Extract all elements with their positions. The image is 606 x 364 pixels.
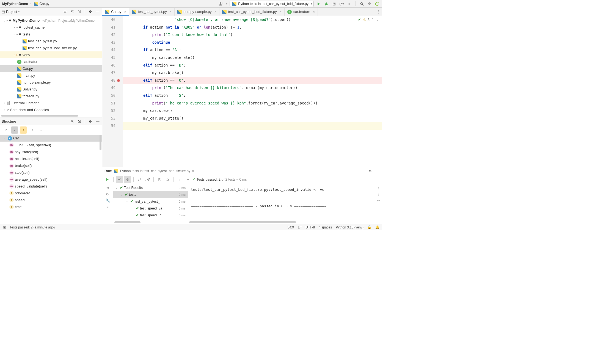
test-node[interactable]: ✔test_speed_va0 ms: [113, 205, 188, 212]
test-node[interactable]: ⌄✔tests0 ms: [113, 191, 188, 198]
run-button[interactable]: [316, 1, 321, 7]
code-line[interactable]: print("The car has driven {} kilometers"…: [123, 84, 382, 92]
structure-settings-icon[interactable]: ⚙: [88, 118, 93, 124]
code-line[interactable]: elif action == 'B':: [123, 62, 382, 69]
editor-tab[interactable]: test_car_pytest_bdd_fixture.py×: [219, 8, 285, 16]
gutter-line[interactable]: 48: [102, 77, 115, 84]
profile-button[interactable]: ◔▾: [339, 1, 345, 7]
code-line[interactable]: continue: [123, 39, 382, 46]
structure-member[interactable]: mstep(self): [0, 169, 102, 176]
code-line[interactable]: my_car.accelerate(): [123, 54, 382, 62]
expand-icon[interactable]: ⇱: [69, 118, 75, 124]
hide-structure-icon[interactable]: —: [95, 118, 100, 124]
settings-icon[interactable]: ⚙: [367, 1, 372, 7]
structure-member[interactable]: ftime: [0, 203, 102, 210]
soft-wrap-icon[interactable]: ↩: [377, 198, 380, 203]
gutter-line[interactable]: 51: [102, 100, 115, 107]
gutter-line[interactable]: 46: [102, 62, 115, 69]
file-encoding[interactable]: UTF-8: [305, 225, 315, 229]
chevron-down-icon[interactable]: ⌄: [376, 18, 379, 22]
gutter-line[interactable]: 52: [102, 107, 115, 115]
tree-root[interactable]: ⌄▸◾MyPythonDemo~/PycharmProjects/MyPytho…: [0, 17, 102, 24]
structure-member[interactable]: m__init__(self, speed=0): [0, 142, 102, 148]
close-tab-icon[interactable]: ×: [124, 10, 126, 14]
close-tab-icon[interactable]: ×: [280, 10, 282, 14]
code-line[interactable]: my_car.step(): [123, 107, 382, 115]
test-node[interactable]: ⌄✔Test Results0 ms: [113, 184, 188, 191]
structure-member[interactable]: mspeed_validate(self): [0, 183, 102, 190]
expand-all-icon[interactable]: ⇱: [69, 9, 75, 15]
editor-gutter[interactable]: 404142434445464748495051525354: [102, 16, 123, 167]
caret-position[interactable]: 54:9: [288, 225, 294, 229]
code-line[interactable]: elif action == 'S':: [123, 92, 382, 100]
sort-alpha-icon[interactable]: ↓ᵃ: [2, 126, 9, 134]
tree-item[interactable]: test_car_pytest.py: [0, 38, 102, 45]
structure-member[interactable]: fspeed: [0, 197, 102, 203]
tabs-more-icon[interactable]: ⋮: [374, 8, 382, 16]
close-tab-icon[interactable]: ×: [313, 10, 315, 14]
tree-item[interactable]: main.py: [0, 72, 102, 79]
gutter-line[interactable]: 45: [102, 54, 115, 62]
structure-member[interactable]: msay_state(self): [0, 148, 102, 155]
editor-tab[interactable]: test_car_pytest.py×: [129, 8, 175, 16]
sort-type-icon[interactable]: Y: [11, 126, 18, 134]
collapse-icon[interactable]: ⇲: [76, 118, 82, 124]
structure-member[interactable]: maverage_speed(self): [0, 176, 102, 183]
editor-tab[interactable]: ✳car.feature×: [285, 8, 318, 16]
toggle-autotest-icon[interactable]: ⟳: [106, 192, 109, 196]
collapse-all-icon[interactable]: ⇲: [76, 9, 82, 15]
breadcrumb-root[interactable]: MyPythonDemo: [2, 2, 28, 6]
debug-button[interactable]: [324, 1, 329, 7]
notifications-icon[interactable]: 🔔: [375, 225, 379, 229]
tree-item[interactable]: ⌄▸◾tests: [0, 31, 102, 38]
tree-item[interactable]: Car.py: [0, 65, 102, 72]
test-node[interactable]: ⌄✔test_car_pytest_0 ms: [113, 198, 188, 205]
code-line[interactable]: elif action == 'O':: [123, 77, 382, 84]
scratches[interactable]: ›⎚Scratches and Consoles: [0, 106, 102, 113]
structure-class[interactable]: ⌄cCar: [0, 135, 102, 142]
hide-run-icon[interactable]: —: [374, 168, 380, 174]
code-line[interactable]: if action == 'A':: [123, 46, 382, 54]
ide-logo-icon[interactable]: [374, 1, 380, 7]
project-view-selector[interactable]: ▤ Project ▾: [2, 10, 20, 14]
code-line[interactable]: my_car.say_state(): [123, 115, 382, 122]
external-libraries[interactable]: ›∥⎮External Libraries: [0, 100, 102, 106]
test-output[interactable]: tests/test_car_pytest_bdd_fixture.py::te…: [188, 184, 374, 224]
code-line[interactable]: my_car.brake(): [123, 69, 382, 77]
structure-tree[interactable]: ⌄cCarm__init__(self, speed=0)msay_state(…: [0, 135, 102, 224]
line-separator[interactable]: LF: [298, 225, 302, 229]
more-side-icon[interactable]: »: [107, 205, 109, 209]
autoscroll-to-icon[interactable]: ⤒: [29, 126, 36, 134]
breadcrumb-file[interactable]: Car.py: [39, 2, 49, 6]
search-everywhere-icon[interactable]: [359, 1, 365, 7]
close-tab-icon[interactable]: ×: [170, 10, 172, 14]
gutter-line[interactable]: 53: [102, 115, 115, 122]
test-node[interactable]: ✔test_speed_in0 ms: [113, 212, 188, 219]
scroll-down-icon[interactable]: ↓: [378, 192, 379, 196]
hide-tool-icon[interactable]: —: [95, 9, 100, 15]
editor[interactable]: 404142434445464748495051525354 "show [O]…: [102, 16, 382, 167]
tool-windows-icon[interactable]: ▣: [3, 225, 6, 229]
run-config-title[interactable]: Python tests in test_car_pytest_bdd_fixt…: [120, 169, 190, 173]
code-line[interactable]: print("I don't know how to do that"): [123, 31, 382, 39]
prev-test-icon[interactable]: ↑: [176, 176, 183, 183]
structure-member[interactable]: fodometer: [0, 190, 102, 197]
tree-item[interactable]: ›▸◾venv: [0, 51, 102, 58]
lock-icon[interactable]: 🔓: [367, 225, 371, 229]
gutter-line[interactable]: 49: [102, 84, 115, 92]
tree-item[interactable]: ✳car.feature: [0, 58, 102, 65]
tool-settings-icon[interactable]: ⚙: [88, 9, 93, 15]
editor-tab[interactable]: numpy-sample.py×: [175, 8, 219, 16]
close-run-tab-icon[interactable]: ×: [192, 169, 194, 173]
tree-item[interactable]: numpy-sample.py: [0, 79, 102, 86]
editor-inspection-widget[interactable]: ✔ ⚠ 3 ⌃ ⌄: [358, 18, 379, 22]
more-icon[interactable]: »: [184, 176, 191, 183]
gutter-line[interactable]: 44: [102, 46, 115, 54]
locate-icon[interactable]: ⊕: [62, 9, 68, 15]
tree-item[interactable]: threads.py: [0, 93, 102, 100]
gutter-line[interactable]: 54: [102, 122, 115, 130]
python-interpreter[interactable]: Python 3.10 (venv): [336, 225, 363, 229]
code-line[interactable]: [123, 122, 382, 130]
tree-item[interactable]: ›▸◾.pytest_cache: [0, 24, 102, 31]
sort-time-icon[interactable]: ↓⏱: [144, 176, 151, 183]
